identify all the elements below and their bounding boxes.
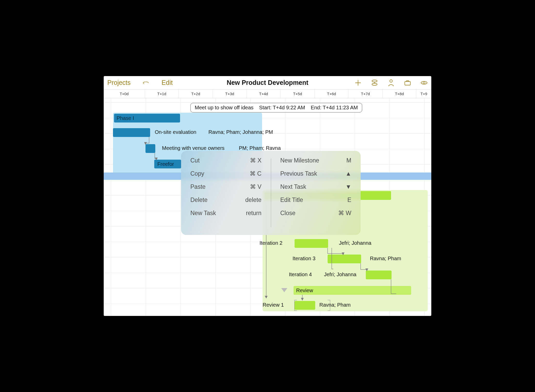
review-group-bar[interactable]: Review — [294, 286, 411, 295]
context-menu-item-label: Paste — [190, 183, 206, 190]
svg-rect-3 — [405, 81, 410, 85]
task-meeting-assignees: PM; Pham; Ravna — [239, 145, 281, 151]
svg-point-4 — [423, 82, 425, 84]
context-menu-item[interactable]: New Taskreturn — [190, 210, 262, 217]
timeline-day: T+8d — [382, 89, 416, 98]
context-menu-item-label: Edit Title — [280, 197, 303, 203]
briefcase-icon[interactable] — [404, 79, 411, 86]
context-menu-item-shortcut: ⌘ W — [338, 210, 351, 217]
task-meeting-bar[interactable] — [145, 144, 155, 153]
context-menu-item-shortcut: ⌘ X — [250, 157, 262, 164]
timeline-day: T+7d — [348, 89, 382, 98]
eye-icon[interactable] — [420, 79, 428, 86]
task-freeform-bar[interactable]: Freefor — [154, 160, 181, 168]
context-menu-item[interactable]: Next Task▼ — [280, 183, 352, 190]
iter2-bar[interactable] — [295, 239, 328, 248]
iter3-bar[interactable] — [328, 255, 361, 263]
collapse-review-icon[interactable] — [281, 288, 287, 292]
context-menu-item-shortcut: E — [347, 197, 351, 203]
context-menu-item-label: New Task — [190, 210, 216, 217]
task-onsite-label: On-site evaluation — [155, 129, 196, 135]
tooltip-end: End: T+4d 11:23 AM — [311, 105, 358, 111]
context-menu-item-shortcut: return — [246, 210, 261, 217]
task-freeform-label: Freefor — [157, 161, 174, 167]
task-onsite-assignees: Ravna; Pham; Johanna; PM — [208, 129, 273, 135]
context-menu-item-label: Copy — [190, 170, 204, 177]
iter2-assignees: Jefri; Johanna — [339, 240, 371, 246]
iter3-label: Iteration 3 — [293, 256, 315, 262]
iter4-assignees: Jefri; Johanna — [324, 272, 356, 277]
context-menu-item[interactable]: Copy⌘ C — [190, 170, 262, 177]
tooltip-name: Meet up to show off ideas — [195, 105, 254, 111]
svg-point-1 — [372, 83, 377, 85]
task-meeting-label: Meeting with venue owners — [162, 145, 224, 151]
review1-assignees: Ravna; Pham — [319, 302, 351, 308]
context-menu-item[interactable]: Deletedelete — [190, 197, 262, 203]
timeline-day: T+0d — [104, 89, 145, 98]
context-menu: Cut⌘ XCopy⌘ CPaste⌘ VDeletedeleteNew Tas… — [181, 151, 361, 235]
context-menu-item-label: Previous Task — [280, 170, 317, 177]
context-menu-right-column: New MilestoneMPrevious Task▲Next Task▼Ed… — [271, 157, 361, 229]
context-menu-item-label: Close — [280, 210, 296, 217]
context-menu-item-label: Cut — [190, 157, 200, 164]
review1-bar[interactable] — [295, 301, 315, 310]
context-menu-item-label: Next Task — [280, 183, 306, 190]
iter3-assignees: Ravna; Pham — [370, 256, 401, 262]
svg-point-2 — [390, 80, 392, 82]
task-tooltip: Meet up to show off ideas Start: T+4d 9:… — [190, 103, 362, 112]
link-icon[interactable] — [371, 79, 378, 86]
context-menu-item[interactable]: New MilestoneM — [280, 157, 352, 164]
review-group-label: Review — [296, 288, 313, 293]
context-menu-item-label: New Milestone — [280, 157, 319, 164]
timeline-day: T+6d — [314, 89, 348, 98]
edit-button[interactable]: Edit — [161, 79, 173, 86]
context-menu-item-shortcut: M — [346, 157, 351, 164]
timeline-day: T+5d — [280, 89, 314, 98]
context-menu-item[interactable]: Cut⌘ X — [190, 157, 262, 164]
review1-label: Review 1 — [263, 302, 284, 308]
timeline-day: T+4d — [247, 89, 281, 98]
toolbar: Projects Edit New Product Development — [104, 76, 431, 89]
add-icon[interactable] — [354, 79, 362, 86]
iter2-label: Iteration 2 — [260, 240, 282, 246]
context-menu-item-label: Delete — [190, 197, 207, 203]
timeline-header: T+0dT+1dT+2dT+3dT+4dT+5dT+6dT+7dT+8dT+9 — [104, 89, 431, 98]
context-menu-item[interactable]: Previous Task▲ — [280, 170, 352, 177]
context-menu-item-shortcut: delete — [245, 197, 262, 203]
timeline-day: T+3d — [213, 89, 247, 98]
context-menu-item-shortcut: ⌘ C — [250, 170, 262, 177]
task-onsite-bar[interactable] — [113, 128, 150, 137]
timeline-day: T+2d — [179, 89, 213, 98]
projects-button[interactable]: Projects — [107, 79, 131, 86]
context-menu-left-column: Cut⌘ XCopy⌘ CPaste⌘ VDeletedeleteNew Tas… — [181, 157, 271, 229]
toolbar-left: Projects Edit — [107, 79, 173, 86]
app-frame: Projects Edit New Product Development T+… — [104, 76, 431, 316]
svg-point-0 — [372, 80, 377, 82]
tooltip-start: Start: T+4d 9:22 AM — [259, 105, 305, 111]
iter4-label: Iteration 4 — [289, 272, 312, 277]
timeline-day: T+1d — [145, 89, 179, 98]
context-menu-item-shortcut: ▲ — [345, 170, 351, 177]
iter4-bar[interactable] — [366, 271, 392, 279]
context-menu-item-shortcut: ⌘ V — [250, 183, 262, 190]
context-menu-item[interactable]: Close⌘ W — [280, 210, 352, 217]
phase1-group-bar[interactable]: Phase I — [114, 114, 180, 123]
undo-icon[interactable] — [142, 79, 150, 86]
context-menu-item-shortcut: ▼ — [345, 183, 351, 190]
page-title: New Product Development — [227, 79, 309, 86]
gantt-chart[interactable]: Meet up to show off ideas Start: T+4d 9:… — [104, 98, 431, 316]
phase1-label: Phase I — [117, 115, 134, 121]
resize-handle-left[interactable] — [294, 300, 297, 311]
context-menu-item[interactable]: Paste⌘ V — [190, 183, 262, 190]
toolbar-right — [354, 79, 428, 86]
timeline-day: T+9 — [416, 89, 431, 98]
context-menu-item[interactable]: Edit TitleE — [280, 197, 352, 203]
person-icon[interactable] — [387, 79, 395, 86]
